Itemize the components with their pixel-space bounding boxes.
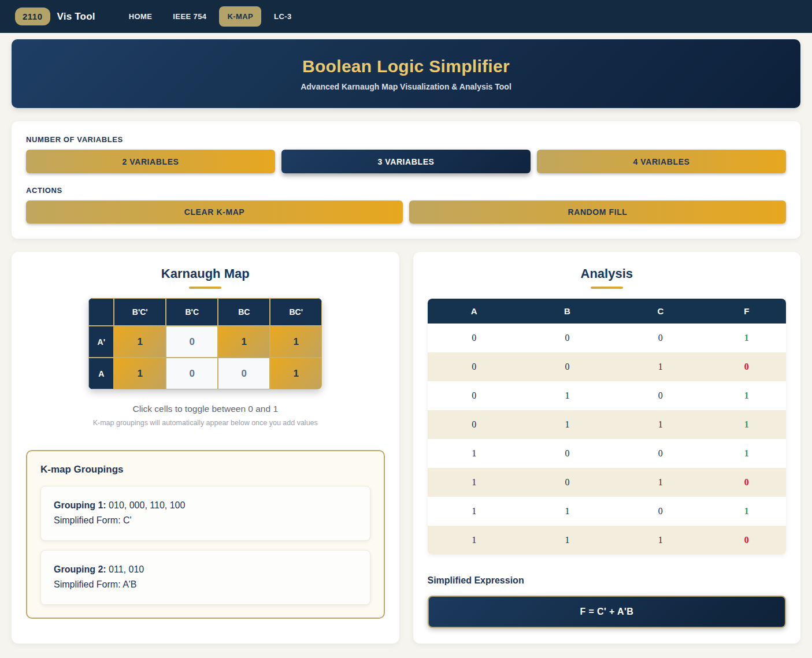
truth-cell: 0: [614, 324, 707, 352]
clear-kmap-button[interactable]: CLEAR K-MAP: [26, 200, 403, 224]
truth-cell: 0: [428, 352, 521, 381]
kmap-hint: Click cells to toggle between 0 and 1: [26, 404, 385, 414]
truth-row: 1110: [428, 526, 787, 555]
truth-cell: 0: [521, 352, 614, 381]
analysis-panel-title: Analysis: [428, 266, 787, 281]
nav-item-ieee754[interactable]: IEEE 754: [165, 6, 214, 27]
truth-cell: 0: [521, 468, 614, 497]
four-variables-button[interactable]: 4 VARIABLES: [537, 150, 786, 173]
truth-table-body: 0001 0010 0101 0111 1001 1010 1101 1110: [428, 324, 787, 555]
random-fill-button[interactable]: RANDOM FILL: [409, 200, 786, 224]
kmap-table: B'C' B'C BC BC' A' 1 0 1 1 A: [88, 298, 322, 389]
two-variables-button[interactable]: 2 VARIABLES: [26, 150, 275, 173]
truth-cell: 1: [521, 381, 614, 410]
three-variables-button[interactable]: 3 VARIABLES: [281, 150, 531, 173]
grouping-label: Grouping 1:: [54, 500, 106, 510]
truth-row: 1001: [428, 439, 787, 468]
truth-cell: 1: [521, 526, 614, 555]
truth-cell: 0: [614, 439, 707, 468]
nav-item-lc3[interactable]: LC-3: [266, 6, 300, 27]
kmap-corner-cell: [88, 298, 114, 326]
grouping-cells: 011, 010: [106, 564, 144, 574]
page-title: Boolean Logic Simplifier: [302, 57, 510, 76]
truth-cell: 1: [521, 410, 614, 439]
kmap-col-header: B'C': [114, 298, 166, 326]
truth-cell: 1: [614, 352, 707, 381]
kmap-cell[interactable]: 0: [166, 358, 218, 389]
truth-cell: 0: [521, 324, 614, 352]
truth-row: 0111: [428, 410, 787, 439]
truth-row: 1010: [428, 468, 787, 497]
simplified-expression-label: Simplified Expression: [428, 575, 787, 586]
truth-f-cell: 1: [707, 410, 786, 439]
grouping-cells-line: Grouping 1: 010, 000, 110, 100: [54, 498, 357, 513]
truth-cell: 1: [521, 497, 614, 526]
grouping-label: Grouping 2:: [54, 564, 106, 574]
brand: 2110 Vis Tool: [15, 8, 95, 25]
kmap-col-header: BC: [218, 298, 270, 326]
page-header: Boolean Logic Simplifier Advanced Karnau…: [12, 39, 800, 108]
kmap-cell[interactable]: 1: [114, 326, 166, 358]
truth-cell: 1: [428, 468, 521, 497]
truth-cell: 0: [521, 439, 614, 468]
truth-f-cell: 0: [707, 526, 786, 555]
grouping-cells: 010, 000, 110, 100: [106, 500, 186, 510]
brand-title: Vis Tool: [57, 11, 95, 23]
kmap-row: A' 1 0 1 1: [88, 326, 322, 358]
truth-cell: 0: [428, 410, 521, 439]
grouping-card: Grouping 1: 010, 000, 110, 100 Simplifie…: [40, 486, 370, 541]
truth-row: 0101: [428, 381, 787, 410]
variable-buttons-row: 2 VARIABLES 3 VARIABLES 4 VARIABLES: [26, 150, 786, 173]
nav-item-kmap[interactable]: K-MAP: [219, 6, 261, 27]
kmap-panel-title: Karnaugh Map: [26, 266, 385, 281]
truth-f-cell: 1: [707, 381, 786, 410]
truth-cell: 0: [614, 381, 707, 410]
truth-row: 1101: [428, 497, 787, 526]
course-number-badge: 2110: [15, 8, 50, 25]
truth-cell: 1: [614, 468, 707, 497]
grouping-form-line: Simplified Form: C': [54, 513, 357, 528]
truth-cell: 0: [614, 497, 707, 526]
title-underline: [591, 287, 623, 289]
truth-table: A B C F 0001 0010 0101 0111 1001 1010 11…: [428, 299, 787, 555]
truth-cell: 1: [428, 526, 521, 555]
truth-col-header: A: [428, 299, 521, 324]
truth-f-cell: 1: [707, 439, 786, 468]
kmap-cell[interactable]: 1: [218, 326, 270, 358]
grouping-cells-line: Grouping 2: 011, 010: [54, 562, 357, 577]
title-underline: [189, 287, 221, 289]
kmap-cell[interactable]: 1: [270, 358, 322, 389]
truth-cell: 0: [428, 381, 521, 410]
truth-cell: 1: [428, 497, 521, 526]
kmap-subhint: K-map groupings will automatically appea…: [26, 419, 385, 427]
kmap-groupings-box: K-map Groupings Grouping 1: 010, 000, 11…: [26, 450, 385, 619]
simplified-expression-value: F = C' + A'B: [428, 596, 787, 628]
truth-cell: 1: [428, 439, 521, 468]
actions-section-label: ACTIONS: [26, 186, 786, 195]
kmap-row-header: A: [88, 358, 114, 389]
truth-cell: 1: [614, 526, 707, 555]
truth-table-wrap: A B C F 0001 0010 0101 0111 1001 1010 11…: [428, 299, 787, 555]
truth-cell: 1: [614, 410, 707, 439]
kmap-panel: Karnaugh Map B'C' B'C BC BC' A' 1: [12, 252, 399, 644]
kmap-cell[interactable]: 1: [114, 358, 166, 389]
truth-cell: 0: [428, 324, 521, 352]
grouping-form-line: Simplified Form: A'B: [54, 577, 357, 592]
kmap-col-header: B'C: [166, 298, 218, 326]
variables-section-label: NUMBER OF VARIABLES: [26, 135, 786, 144]
kmap-cell[interactable]: 1: [270, 326, 322, 358]
kmap-table-wrap: B'C' B'C BC BC' A' 1 0 1 1 A: [26, 298, 385, 389]
groupings-title: K-map Groupings: [40, 464, 370, 475]
truth-f-cell: 0: [707, 468, 786, 497]
nav-item-home[interactable]: HOME: [121, 6, 161, 27]
kmap-row-header: A': [88, 326, 114, 358]
kmap-cell[interactable]: 0: [166, 326, 218, 358]
truth-f-cell: 0: [707, 352, 786, 381]
truth-f-cell: 1: [707, 324, 786, 352]
truth-row: 0010: [428, 352, 787, 381]
kmap-cell[interactable]: 0: [218, 358, 270, 389]
nav-links: HOME IEEE 754 K-MAP LC-3: [121, 6, 300, 27]
main-content: Karnaugh Map B'C' B'C BC BC' A' 1: [12, 252, 800, 644]
truth-col-header: B: [521, 299, 614, 324]
truth-col-header: F: [707, 299, 786, 324]
